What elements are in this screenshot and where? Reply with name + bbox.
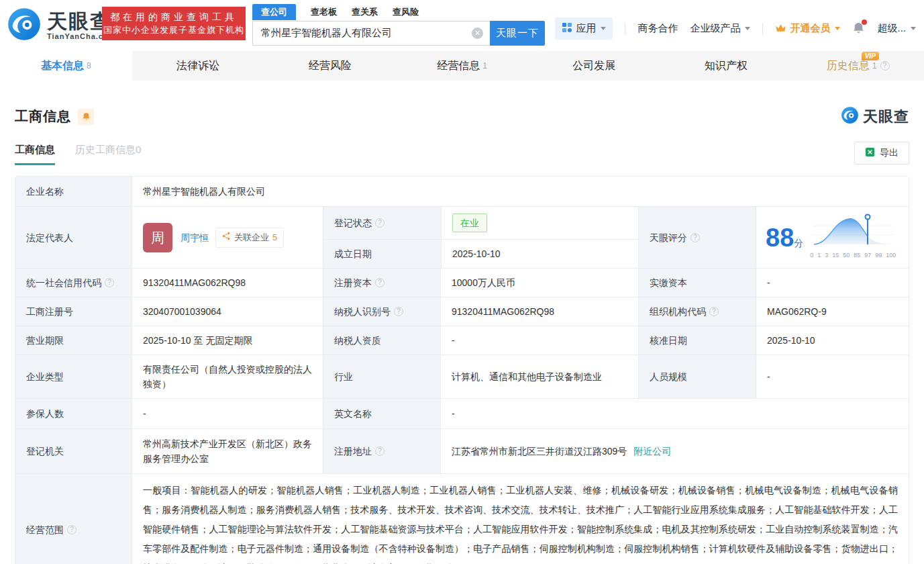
field-label: 经营范围 — [15, 474, 132, 564]
taxpayer-qualification-value: - — [440, 326, 638, 355]
related-label: 关联企业 — [234, 230, 269, 245]
table-row: 法定代表人 周 周宇恒 关联企业 5 — [15, 206, 909, 268]
info-icon[interactable] — [375, 218, 384, 228]
username: 超级... — [877, 22, 906, 35]
field-label: 注册地址 — [323, 429, 440, 473]
tab-label: 知识产权 — [705, 59, 748, 73]
info-icon[interactable] — [375, 446, 384, 456]
table-row: 工商注册号 320407001039064 纳税人识别号 91320411MAG… — [15, 297, 909, 326]
registration-authority-value: 常州高新技术产业开发区（新北区）政务服务管理办公室 — [132, 429, 323, 473]
paid-capital-value: - — [756, 269, 909, 297]
apps-grid-icon — [562, 22, 572, 35]
table-row: 企业名称 常州星宇智能机器人有限公司 — [15, 177, 909, 206]
related-count: 5 — [272, 230, 277, 245]
field-label: 企业类型 — [15, 355, 132, 398]
business-scope-value: 一般项目：智能机器人的研发；智能机器人销售；工业机器人制造；工业机器人销售；工业… — [132, 474, 909, 564]
info-icon[interactable] — [394, 307, 403, 316]
tab-label: 经营风险 — [309, 59, 352, 73]
tab-label: 经营信息 — [437, 59, 480, 73]
tab-company-development[interactable]: 公司发展 — [528, 51, 660, 81]
open-vip-menu[interactable]: 开通会员 — [775, 22, 840, 35]
business-coop-link[interactable]: 商务合作 — [637, 22, 678, 35]
excel-icon — [865, 147, 875, 159]
subtab-business-info[interactable]: 工商信息 — [15, 144, 55, 165]
field-label: 纳税人识别号 — [323, 297, 440, 326]
field-label: 人员规模 — [638, 355, 756, 398]
search-tab-relation[interactable]: 查关系 — [352, 6, 378, 18]
insured-count-value: - — [132, 399, 323, 428]
search-tabs: 查公司 查老板 查关系 查风险 — [252, 3, 545, 20]
user-menu[interactable]: 超级... — [877, 22, 916, 35]
field-label: 实缴资本 — [638, 269, 756, 297]
clear-search-icon[interactable] — [472, 28, 483, 39]
field-label: 登记机关 — [15, 429, 132, 473]
establish-date-value: 2025-10-10 — [441, 240, 638, 268]
open-vip-label: 开通会员 — [790, 22, 830, 35]
chevron-down-icon — [745, 27, 750, 30]
legal-rep-avatar[interactable]: 周 — [143, 223, 172, 252]
tianyancha-logo-icon — [7, 7, 42, 44]
legal-rep-link[interactable]: 周宇恒 — [181, 230, 209, 245]
table-row: 经营范围 一般项目：智能机器人的研发；智能机器人销售；工业机器人制造；工业机器人… — [15, 473, 909, 564]
search-tab-boss[interactable]: 查老板 — [311, 6, 337, 18]
menu-divider — [762, 23, 763, 35]
business-info-table: 企业名称 常州星宇智能机器人有限公司 法定代表人 周 周宇恒 关联企业 — [15, 176, 909, 564]
info-icon[interactable] — [690, 233, 700, 242]
crown-icon — [775, 23, 786, 34]
field-label: 核准日期 — [638, 326, 756, 355]
company-nav-tabs: 基本信息 8 法律诉讼 经营风险 经营信息 1 公司发展 知识产权 历史信息 V… — [0, 51, 924, 81]
apps-menu-label: 应用 — [576, 22, 596, 35]
uscc-value: 91320411MAG062RQ98 — [132, 269, 323, 297]
info-icon[interactable] — [67, 525, 76, 534]
main-content: 工商信息 天眼查 工商信息 历史工商信息0 — [0, 106, 924, 564]
field-label: 组织机构代码 — [638, 297, 756, 326]
staff-size-value: - — [756, 355, 909, 398]
search-button[interactable]: 天眼一下 — [490, 21, 545, 46]
tab-business-risk[interactable]: 经营风险 — [264, 51, 396, 81]
nearby-companies-link[interactable]: 附近公司 — [633, 444, 671, 459]
info-icon[interactable] — [375, 278, 384, 287]
search-area: 查公司 查老板 查关系 查风险 天眼一下 — [252, 3, 545, 46]
legal-rep-cell: 周 周宇恒 关联企业 5 — [132, 207, 323, 268]
search-tab-risk[interactable]: 查风险 — [393, 6, 419, 18]
tab-history-info[interactable]: 历史信息 VIP 1 — [792, 51, 924, 81]
tab-business-info[interactable]: 经营信息 1 — [396, 51, 528, 81]
export-button[interactable]: 导出 — [854, 142, 909, 164]
field-label: 企业名称 — [15, 177, 132, 206]
tab-count: 1 — [482, 61, 487, 70]
field-label: 纳税人资质 — [323, 326, 440, 355]
notification-dot — [862, 19, 867, 25]
table-row: 统一社会信用代码 91320411MAG062RQ98 注册资本 10000万人… — [15, 268, 909, 297]
table-row: 参保人数 - 英文名称 - — [15, 398, 909, 428]
monitor-bell-button[interactable] — [78, 109, 94, 125]
reg-capital-value: 10000万人民币 — [440, 269, 638, 297]
bell-icon — [852, 25, 865, 36]
info-icon[interactable] — [709, 307, 719, 316]
top-menu: 应用 商务合作 企业级产品 开通会员 超级.. — [555, 17, 916, 40]
business-term-value: 2025-10-10 至 无固定期限 — [132, 326, 323, 355]
notification-bell[interactable] — [852, 21, 865, 36]
tianyan-score-cell: 88分 — [756, 207, 909, 268]
org-code-value: MAG062RQ-9 — [756, 297, 909, 326]
tab-label: 基本信息 — [41, 59, 84, 73]
field-label: 注册资本 — [323, 269, 440, 297]
field-label: 统一社会信用代码 — [15, 269, 132, 297]
tab-intellectual-property[interactable]: 知识产权 — [660, 51, 792, 81]
export-label: 导出 — [880, 147, 899, 159]
search-tab-company[interactable]: 查公司 — [252, 4, 296, 20]
registered-address-value: 江苏省常州市新北区三井街道汉江路309号 — [452, 444, 627, 459]
apps-menu[interactable]: 应用 — [555, 17, 613, 40]
related-companies-badge[interactable]: 关联企业 5 — [215, 228, 284, 248]
tianyancha-logo[interactable]: 天眼查 TianYanCha.com — [7, 7, 115, 44]
tab-basic-info[interactable]: 基本信息 8 — [0, 51, 132, 81]
enterprise-products-menu[interactable]: 企业级产品 — [690, 22, 750, 35]
info-icon[interactable] — [105, 278, 114, 287]
help-icon[interactable] — [880, 61, 890, 70]
table-row: 企业类型 有限责任公司（自然人投资或控股的法人独资） 行业 计算机、通信和其他电… — [15, 355, 909, 398]
field-label: 天眼评分 — [638, 207, 756, 268]
english-name-value: - — [440, 399, 909, 428]
search-input[interactable] — [252, 21, 490, 46]
bell-icon — [82, 112, 91, 121]
tab-legal-litigation[interactable]: 法律诉讼 — [132, 51, 264, 81]
subtab-history-business-info[interactable]: 历史工商信息0 — [75, 144, 141, 165]
